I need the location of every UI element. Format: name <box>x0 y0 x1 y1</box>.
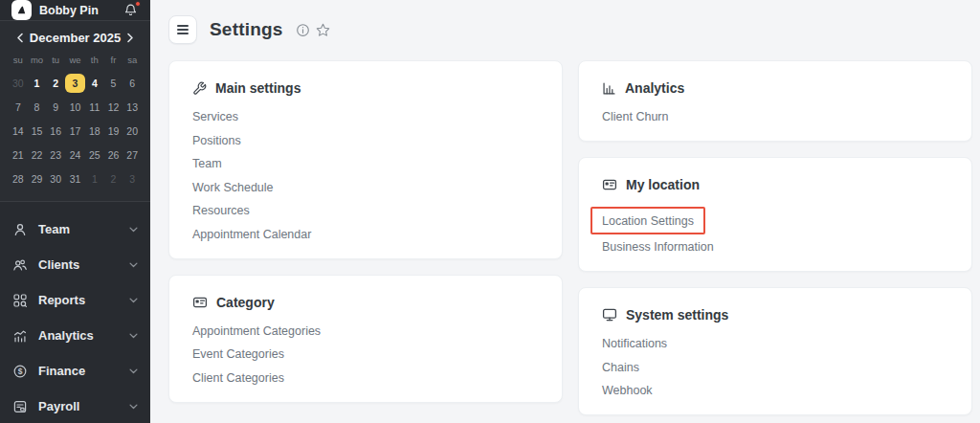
sidebar-item-label: Team <box>38 222 70 236</box>
sidebar-item-label: Finance <box>38 364 85 378</box>
chevron-down-icon <box>129 262 138 268</box>
calendar-day[interactable]: 12 <box>104 99 123 117</box>
calendar-day[interactable]: 8 <box>28 99 47 117</box>
calendar-day[interactable]: 22 <box>28 146 47 165</box>
link-webhook[interactable]: Webhook <box>602 384 653 398</box>
calendar-next-icon[interactable] <box>126 33 134 43</box>
id-card-icon <box>602 177 617 192</box>
chart-line-bars-icon <box>12 328 28 344</box>
card-main-settings: Main settings Services Positions Team Wo… <box>168 60 563 259</box>
link-positions[interactable]: Positions <box>192 134 241 148</box>
sidebar-item-label: Payroll <box>38 399 79 413</box>
chevron-down-icon <box>129 333 138 339</box>
link-event-categories[interactable]: Event Categories <box>192 347 284 362</box>
day-header: sa <box>122 55 142 68</box>
calendar-day[interactable]: 25 <box>85 146 104 165</box>
settings-cards: Main settings Services Positions Team Wo… <box>150 44 980 415</box>
link-client-churn[interactable]: Client Churn <box>602 110 668 124</box>
payroll-card-icon <box>12 399 28 414</box>
link-client-categories[interactable]: Client Categories <box>192 371 284 386</box>
monitor-icon <box>602 307 617 323</box>
link-chains[interactable]: Chains <box>602 361 639 375</box>
chevron-down-icon <box>129 227 138 233</box>
sidebar: Bobby Pin December 2025 su <box>0 0 150 423</box>
main-content: Settings Main settings S <box>150 0 980 423</box>
grid-search-icon <box>12 293 28 308</box>
sidebar-item-clients[interactable]: Clients <box>12 247 138 282</box>
people-icon <box>12 257 28 273</box>
calendar-day[interactable]: 2 <box>104 170 123 189</box>
calendar-day[interactable]: 1 <box>85 170 104 189</box>
link-location-settings[interactable]: Location Settings <box>602 214 694 228</box>
day-header: th <box>85 55 104 68</box>
calendar-day[interactable]: 29 <box>28 170 47 189</box>
calendar-day[interactable]: 19 <box>104 122 123 141</box>
calendar-day[interactable]: 3 <box>122 170 142 189</box>
calendar-day[interactable]: 21 <box>9 146 28 165</box>
calendar-day[interactable]: 23 <box>46 146 65 165</box>
calendar-day[interactable]: 30 <box>9 75 28 93</box>
link-business-information[interactable]: Business Information <box>602 240 714 255</box>
info-icon[interactable] <box>296 23 310 37</box>
sidebar-nav: Team Clients Reports Analytics $ Finance <box>0 202 150 423</box>
calendar-day[interactable]: 17 <box>65 122 85 141</box>
link-work-schedule[interactable]: Work Schedule <box>192 181 274 195</box>
calendar-day[interactable]: 2 <box>46 75 65 93</box>
chevron-down-icon <box>129 404 138 410</box>
calendar-day[interactable]: 31 <box>65 170 85 189</box>
sidebar-item-analytics[interactable]: Analytics <box>12 318 138 353</box>
calendar-day[interactable]: 11 <box>85 99 104 117</box>
sidebar-item-reports[interactable]: Reports <box>12 282 138 318</box>
calendar-day[interactable]: 9 <box>46 99 65 117</box>
card-my-location: My location Location Settings Business I… <box>578 157 972 272</box>
calendar-day[interactable]: 26 <box>104 146 123 165</box>
page-title: Settings <box>210 19 283 40</box>
notification-dot <box>135 1 141 7</box>
calendar-day[interactable]: 28 <box>9 170 28 189</box>
person-icon <box>12 222 28 237</box>
id-card-icon <box>192 295 208 310</box>
link-resources[interactable]: Resources <box>192 204 250 218</box>
sidebar-item-finance[interactable]: $ Finance <box>12 353 138 389</box>
link-notifications[interactable]: Notifications <box>602 337 667 351</box>
calendar-month-title: December 2025 <box>30 31 121 45</box>
calendar-day[interactable]: 15 <box>28 122 47 141</box>
notifications-bell-icon[interactable] <box>123 3 139 18</box>
link-appointment-categories[interactable]: Appointment Categories <box>192 324 321 339</box>
hamburger-menu-button[interactable] <box>168 15 197 44</box>
dollar-circle-icon: $ <box>12 364 28 379</box>
workspace-name: Bobby Pin <box>39 4 116 17</box>
calendar-day[interactable]: 18 <box>85 122 104 141</box>
calendar-day[interactable]: 24 <box>65 146 85 165</box>
calendar-day[interactable]: 27 <box>122 146 142 165</box>
workspace-logo-icon[interactable] <box>11 0 32 20</box>
card-system-settings: System settings Notifications Chains Web… <box>578 287 972 415</box>
calendar-day[interactable]: 30 <box>46 170 65 189</box>
link-appointment-calendar[interactable]: Appointment Calendar <box>192 228 311 242</box>
calendar-day[interactable]: 13 <box>122 99 142 117</box>
calendar-day[interactable]: 5 <box>104 75 123 93</box>
calendar-day[interactable]: 4 <box>85 75 104 93</box>
calendar-prev-icon[interactable] <box>16 33 24 43</box>
sidebar-item-team[interactable]: Team <box>12 212 138 247</box>
sidebar-header: Bobby Pin <box>0 0 150 21</box>
calendar-day-today[interactable]: 3 <box>65 74 85 93</box>
calendar-day[interactable]: 1 <box>28 75 47 93</box>
card-title: Category <box>216 295 275 310</box>
calendar-day[interactable]: 16 <box>46 122 65 141</box>
calendar-day[interactable]: 7 <box>9 99 28 117</box>
calendar-day[interactable]: 6 <box>122 75 142 93</box>
star-icon[interactable] <box>316 23 330 37</box>
sidebar-item-label: Reports <box>38 293 85 307</box>
card-title: System settings <box>626 307 728 323</box>
sidebar-item-payroll[interactable]: Payroll <box>12 389 138 423</box>
day-header: tu <box>46 55 65 68</box>
day-header: mo <box>28 55 47 68</box>
card-title: Main settings <box>215 80 301 96</box>
link-team[interactable]: Team <box>192 157 222 171</box>
app-window: Bobby Pin December 2025 su <box>0 0 980 423</box>
calendar-day[interactable]: 20 <box>122 122 142 141</box>
calendar-day[interactable]: 10 <box>65 99 85 117</box>
calendar-day[interactable]: 14 <box>9 122 28 141</box>
link-services[interactable]: Services <box>192 110 238 124</box>
